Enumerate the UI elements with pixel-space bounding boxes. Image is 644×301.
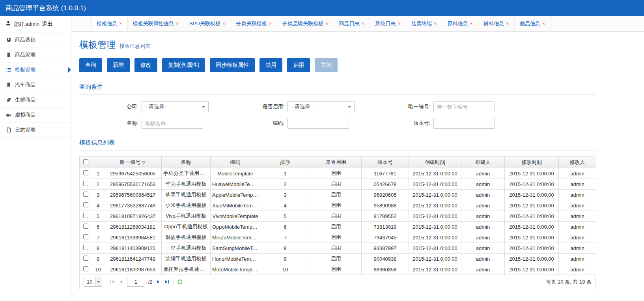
cell-sort: 10 bbox=[260, 264, 310, 275]
row-checkbox[interactable] bbox=[83, 202, 88, 207]
table-row[interactable]: 2 2959675530171653 华为手机通用模板 HuaweiMobile… bbox=[80, 179, 596, 190]
refresh-button[interactable] bbox=[177, 279, 183, 285]
sidebar-item[interactable]: 汽车商品 bbox=[0, 77, 71, 92]
logout-link[interactable]: 退出 bbox=[42, 21, 52, 28]
table-row[interactable]: 4 2961773532687749 小米手机通用模板 XiaoMiMobile… bbox=[80, 200, 596, 211]
tab[interactable]: 分类品牌关联模板 × bbox=[277, 16, 334, 31]
bookmark-icon bbox=[6, 82, 11, 88]
column-header[interactable]: 版本号 bbox=[362, 156, 409, 168]
tab-close-icon[interactable]: × bbox=[470, 21, 473, 26]
add-button[interactable]: 新增 bbox=[107, 58, 130, 72]
sync-template-attrs-button[interactable]: 同步模板属性 bbox=[210, 58, 255, 72]
sidebar-item[interactable]: 虚拟商品 bbox=[0, 107, 71, 122]
table-row[interactable]: 7 2961811336984581 魅族手机通用模板 MeiZuMobileT… bbox=[80, 232, 596, 243]
next-page-button[interactable] bbox=[156, 279, 161, 284]
prev-page-button[interactable] bbox=[118, 279, 123, 284]
table-row[interactable]: 5 2961810871826437 Vivo手机通用模板 VivoMobile… bbox=[80, 211, 596, 222]
tab-close-icon[interactable]: × bbox=[362, 21, 365, 26]
tab[interactable]: 原料信息 × bbox=[442, 16, 478, 31]
row-checkbox[interactable] bbox=[83, 181, 88, 186]
copy-with-attrs-button[interactable]: 复制(含属性) bbox=[162, 58, 205, 72]
cell-code: SamSungMobileTem... bbox=[211, 243, 260, 254]
cell-index: 10 bbox=[92, 264, 104, 275]
row-checkbox[interactable] bbox=[83, 266, 88, 271]
column-header[interactable]: 编码 bbox=[211, 156, 260, 168]
column-header[interactable]: 创建时间 bbox=[409, 156, 461, 168]
cell-name: 三星手机通用模板 bbox=[162, 243, 211, 254]
sidebar-item[interactable]: 商品管理 bbox=[0, 47, 71, 62]
cell-modified: 2015-12-31 0:00:00 bbox=[505, 168, 559, 179]
table-row[interactable]: 6 2961811258034181 Oppo手机通用模板 OppoMobile… bbox=[80, 222, 596, 232]
last-page-button[interactable] bbox=[164, 279, 170, 284]
query-button[interactable]: 查询 bbox=[79, 58, 102, 72]
row-checkbox[interactable] bbox=[83, 192, 88, 197]
table-row[interactable]: 9 2961811641247749 荣耀手机通用模板 HonorMobileT… bbox=[80, 254, 596, 264]
enable-button[interactable]: 启用 bbox=[287, 58, 310, 72]
sidebar-item[interactable]: 模板管理 bbox=[0, 62, 71, 77]
sidebar-item[interactable]: 日志管理 bbox=[0, 122, 71, 137]
sidebar-item-label: 日志管理 bbox=[15, 126, 35, 134]
sidebar-item[interactable]: 生鲜商品 bbox=[0, 92, 71, 107]
tab[interactable]: 赠品信息 × bbox=[515, 16, 551, 31]
tab[interactable]: 分类关联模板 × bbox=[231, 16, 278, 31]
row-checkbox[interactable] bbox=[83, 245, 88, 250]
tab-close-icon[interactable]: × bbox=[222, 21, 226, 26]
company-select[interactable]: --请选择-- bbox=[142, 101, 209, 112]
column-header[interactable]: 修改时间 bbox=[505, 156, 559, 168]
row-checkbox[interactable] bbox=[83, 170, 88, 175]
first-page-button[interactable] bbox=[110, 279, 115, 284]
cell-modifier: admin bbox=[559, 179, 596, 190]
tab[interactable]: SPU关联模板 × bbox=[184, 16, 231, 31]
tab-close-icon[interactable]: × bbox=[325, 21, 329, 26]
tab[interactable]: 系统日志 × bbox=[370, 16, 406, 31]
version-input[interactable] bbox=[433, 118, 495, 129]
uid-input[interactable] bbox=[433, 101, 495, 112]
file-icon bbox=[6, 127, 11, 133]
tab-close-icon[interactable]: × bbox=[506, 21, 509, 26]
enabled-select[interactable]: --请选择-- bbox=[287, 101, 355, 112]
row-checkbox[interactable] bbox=[83, 234, 88, 239]
column-header[interactable]: 排序 bbox=[260, 156, 310, 168]
cell-index: 8 bbox=[92, 243, 104, 254]
tab-close-icon[interactable]: × bbox=[269, 21, 272, 26]
user-greeting: 您好,admin bbox=[14, 21, 39, 28]
row-checkbox[interactable] bbox=[83, 256, 88, 261]
close-button[interactable]: 关闭 bbox=[315, 58, 338, 72]
enabled-select-value: --请选择-- bbox=[291, 103, 313, 110]
disable-button[interactable]: 禁用 bbox=[259, 58, 282, 72]
row-checkbox[interactable] bbox=[83, 224, 88, 229]
tab[interactable]: 辅料信息 × bbox=[478, 16, 515, 31]
table-row[interactable]: 10 2961811800987653 摩托罗拉手机通用模板 MotoMobil… bbox=[80, 264, 596, 275]
row-checkbox[interactable] bbox=[83, 213, 88, 218]
cell-enabled-status: 启用 bbox=[310, 243, 362, 254]
select-all-checkbox[interactable] bbox=[83, 159, 88, 164]
code-input[interactable] bbox=[287, 118, 349, 129]
cell-sort: 6 bbox=[260, 222, 310, 232]
sidebar-item[interactable]: 商品基础 bbox=[0, 32, 71, 47]
tab[interactable]: 模板信息 × bbox=[91, 16, 128, 31]
column-header[interactable]: 是否启用 bbox=[310, 156, 362, 168]
tab[interactable]: 商品日志 × bbox=[334, 16, 370, 31]
table-row[interactable]: 3 2959675600864517 苹果手机通用模板 AppleMobileT… bbox=[80, 190, 596, 200]
table-row[interactable]: 1 2959675425056005 手机分类下通用模板 MobileTempl… bbox=[80, 168, 596, 179]
column-header[interactable]: 创建人 bbox=[461, 156, 505, 168]
sidebar-item-label: 商品管理 bbox=[15, 51, 35, 58]
column-header[interactable]: 名称 bbox=[162, 156, 211, 168]
page-size-select[interactable]: 10 bbox=[84, 277, 102, 287]
tab-close-icon[interactable]: × bbox=[119, 21, 122, 26]
cell-uid: 2959675530171653 bbox=[104, 179, 162, 190]
name-input[interactable] bbox=[142, 118, 203, 129]
page-title-row: 模板管理 模板信息列表 bbox=[79, 37, 644, 56]
table-row[interactable]: 8 2961811403909125 三星手机通用模板 SamSungMobil… bbox=[80, 243, 596, 254]
cell-version: 90040938 bbox=[362, 254, 409, 264]
tab-close-icon[interactable]: × bbox=[176, 21, 179, 26]
column-header-uid[interactable]: 唯一编号 ▽ bbox=[104, 156, 162, 168]
tab[interactable]: 模板关联属性信息 × bbox=[128, 16, 185, 31]
tab-close-icon[interactable]: × bbox=[542, 21, 545, 26]
column-header[interactable]: 修改人 bbox=[559, 156, 596, 168]
tab[interactable]: 售卖终端 × bbox=[406, 16, 442, 31]
page-input[interactable] bbox=[127, 277, 144, 287]
tab-close-icon[interactable]: × bbox=[398, 21, 401, 26]
edit-button[interactable]: 修改 bbox=[134, 58, 157, 72]
tab-close-icon[interactable]: × bbox=[434, 21, 437, 26]
